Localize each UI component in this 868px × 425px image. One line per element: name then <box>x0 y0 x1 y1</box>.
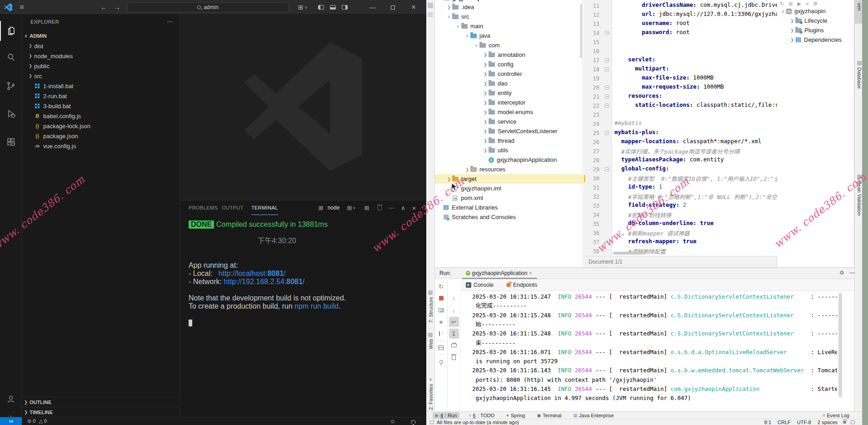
profile-layout-icon[interactable]: ⊞∨ <box>294 0 311 15</box>
tab-terminal[interactable]: TERMINAL <box>251 200 278 215</box>
fold-icon[interactable] <box>605 31 609 35</box>
bottom-tab-6: TODO[interactable]: ≡6: TODO <box>466 412 497 419</box>
search-sidebar-icon[interactable] <box>0 47 22 67</box>
project-scrollbar[interactable] <box>580 4 582 58</box>
project-tree-item-interceptor[interactable]: ❯interceptor <box>435 98 583 107</box>
explorer-more-icon[interactable]: ⋯ <box>167 18 173 25</box>
maximize-panel-icon[interactable]: ∧ <box>398 200 408 215</box>
fold-icon[interactable] <box>605 67 609 71</box>
project-tree-item-ServletContextListener[interactable]: ❯ServletContextListener <box>435 126 583 136</box>
fold-icon[interactable] <box>605 58 609 62</box>
project-tree-item-controller[interactable]: ❯controller <box>435 69 583 79</box>
caret-position[interactable]: 8:1 <box>764 420 771 425</box>
project-tree-item-External Libraries[interactable]: External Libraries <box>435 203 583 212</box>
project-tree-item-main[interactable]: ∨main <box>435 21 583 31</box>
toggle-secondary-sidebar-icon[interactable] <box>338 0 351 15</box>
down-stacktrace-button[interactable]: ↓ <box>449 305 459 315</box>
terminal-output[interactable]: DONE Compiled successfully in 13881ms 下午… <box>180 220 426 416</box>
project-tree-item-.idea[interactable]: ❯.idea <box>435 2 583 12</box>
close-panel-icon[interactable]: × <box>409 200 419 215</box>
panel-more-icon[interactable]: ⋯ <box>386 200 396 215</box>
tree-item-dist[interactable]: ❯dist <box>22 41 180 51</box>
snapshot-button[interactable] <box>436 305 446 315</box>
problems-status[interactable]: ⊘ 0 △ 0 <box>27 418 47 424</box>
tray-icon[interactable] <box>851 420 855 424</box>
maven-item-Lifecycle[interactable]: ❯Lifecycle <box>777 16 854 25</box>
outline-section[interactable]: ❯OUTLINE <box>22 397 180 407</box>
menu-icon[interactable]: ≡ <box>15 0 28 15</box>
exit-button[interactable] <box>436 329 446 339</box>
left-tab-Web[interactable]: Web <box>426 326 435 349</box>
feedback-smiley-icon[interactable]: ☺ <box>390 418 395 425</box>
bottom-tab-Spring[interactable]: ●Spring <box>504 412 528 419</box>
bottom-tab-4: Run[interactable]: ▶4: Run <box>433 412 459 419</box>
project-tree-item-pom.xml[interactable]: pom.xml <box>435 193 583 203</box>
remote-indicator[interactable]: >< <box>0 417 22 425</box>
fold-icon[interactable] <box>605 104 609 108</box>
project-tree-item-com[interactable]: ∨com <box>435 40 583 50</box>
tree-item-3-build.bat[interactable]: 3-build.bat <box>22 101 180 111</box>
source-control-icon[interactable] <box>0 76 22 96</box>
fold-icon[interactable] <box>605 167 609 171</box>
project-tree-item-resources[interactable]: ❯resources <box>435 165 583 174</box>
customize-layout-icon[interactable] <box>314 0 327 15</box>
fold-icon[interactable] <box>605 131 609 135</box>
file-encoding[interactable]: UTF-8 <box>797 420 811 425</box>
account-icon[interactable] <box>0 389 22 409</box>
toggle-panel-icon[interactable] <box>326 0 339 15</box>
tree-item-vue.config.js[interactable]: JSvue.config.js <box>22 141 180 151</box>
new-terminal-icon[interactable]: ⊞∨ <box>344 200 358 215</box>
project-tree-item-service[interactable]: ❯service <box>435 117 583 126</box>
tree-root[interactable]: ∨ADMIN <box>22 31 180 41</box>
console-scrollbar[interactable] <box>838 293 842 397</box>
project-tree-item-src[interactable]: ∨src <box>435 12 583 21</box>
thread-dump-button[interactable]: ∗ <box>436 317 446 327</box>
explorer-icon[interactable] <box>0 21 22 41</box>
event-log-button[interactable]: ○Event Log <box>819 412 852 419</box>
tree-item-2-run.bat[interactable]: 2-run.bat <box>22 91 180 101</box>
rerun-button[interactable]: ↻ <box>436 281 446 291</box>
extensions-icon[interactable] <box>0 132 22 152</box>
project-tree-item-annotation[interactable]: ❯annotation <box>435 50 583 60</box>
project-tree-item-utils[interactable]: ❯utils <box>435 145 583 155</box>
left-tab-2: Favorites[interactable]: 2: Favorites★ <box>426 355 435 410</box>
run-debug-icon[interactable] <box>0 104 22 124</box>
tree-item-src[interactable]: ❯src <box>22 71 180 81</box>
project-tree-item-thread[interactable]: ❯thread <box>435 136 583 145</box>
kill-terminal-icon[interactable] <box>374 200 384 215</box>
tab-output[interactable]: OUTPUT <box>222 200 244 215</box>
clear-console-button[interactable] <box>449 352 459 362</box>
project-tree-item-dao[interactable]: ❯dao <box>435 79 583 88</box>
stop-button[interactable] <box>436 293 446 303</box>
minimize-button[interactable]: — <box>366 0 379 15</box>
tree-item-public[interactable]: ❯public <box>22 61 180 71</box>
toolwindow-icon[interactable] <box>428 12 433 17</box>
tree-item-node_modules[interactable]: ❯node_modules <box>22 51 180 61</box>
fold-icon[interactable] <box>605 95 609 99</box>
bottom-tab-Java Enterprise[interactable]: ▤Java Enterprise <box>571 412 617 419</box>
tree-item-package.json[interactable]: {}package.json <box>22 131 180 141</box>
tab-problems[interactable]: PROBLEMS <box>189 200 218 215</box>
project-tree-item-entity[interactable]: ❯entity <box>435 88 583 98</box>
close-button[interactable]: × <box>407 0 420 15</box>
notifications-bell-icon[interactable] <box>411 419 415 425</box>
run-settings-gear-icon[interactable]: ⚙ <box>839 270 844 276</box>
line-ending[interactable]: CRLF <box>778 420 791 425</box>
nav-back-icon[interactable]: ← <box>97 0 110 15</box>
command-search-box[interactable]: admin <box>127 2 289 12</box>
editor-hscrollbar[interactable] <box>613 252 645 255</box>
maximize-button[interactable] <box>386 0 399 15</box>
project-tree-item-java[interactable]: ∨java <box>435 31 583 40</box>
maven-item-Plugins[interactable]: ❯Plugins <box>777 25 854 35</box>
tree-item-package-lock.json[interactable]: {}package-lock.json <box>22 121 180 131</box>
project-tree-item-target[interactable]: ❯target <box>435 174 583 184</box>
tree-item-babel.config.js[interactable]: Bbabel.config.js <box>22 111 180 121</box>
project-tree-item-config[interactable]: ❯config <box>435 60 583 69</box>
project-toolwindow-icon[interactable] <box>428 3 433 8</box>
project-tree-item-gxjyzhaopinApplication[interactable]: gxjyzhaopinApplication <box>435 155 583 165</box>
pin-tab-button[interactable] <box>436 357 446 367</box>
layout-settings-button[interactable] <box>436 343 446 353</box>
bottom-tab-Terminal[interactable]: ▣Terminal <box>534 412 564 419</box>
timeline-section[interactable]: ❯TIMELINE <box>22 407 180 417</box>
maven-root[interactable]: ∨gxjyzhaopin <box>777 6 854 16</box>
